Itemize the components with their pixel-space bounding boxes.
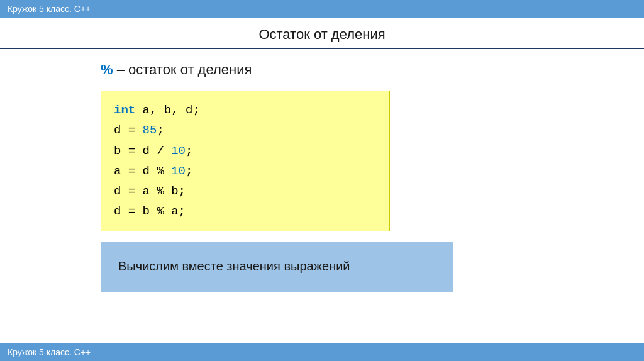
number-10b: 10: [171, 164, 186, 178]
number-10a: 10: [171, 144, 186, 158]
bottom-bar-label: Кружок 5 класс. С++: [8, 347, 91, 357]
code-line-5: d = a % b;: [114, 181, 377, 201]
code-line-1: int a, b, d;: [114, 100, 377, 120]
info-box: Вычислим вместе значения выражений: [101, 242, 453, 292]
code-line-4: a = d % 10;: [114, 161, 377, 181]
title-area: Остаток от деления: [0, 18, 644, 49]
code-block: int a, b, d; d = 85; b = d / 10; a = d %…: [101, 91, 390, 231]
subtitle-line: % – остаток от деления: [101, 62, 619, 78]
top-bar-label: Кружок 5 класс. С++: [8, 4, 91, 14]
top-bar: Кружок 5 класс. С++: [0, 0, 644, 18]
content-area: % – остаток от деления int a, b, d; d = …: [0, 49, 644, 343]
info-box-text: Вычислим вместе значения выражений: [118, 259, 350, 274]
code-line-1-rest: a, b, d;: [135, 103, 200, 117]
number-85: 85: [143, 123, 157, 137]
subtitle-text: – остаток от деления: [113, 62, 252, 77]
bottom-bar: Кружок 5 класс. С++: [0, 343, 644, 361]
percent-symbol: %: [101, 62, 113, 77]
code-line-2: d = 85;: [114, 120, 377, 140]
code-line-6: d = b % a;: [114, 201, 377, 221]
slide-title: Остаток от деления: [258, 26, 385, 42]
code-line-3: b = d / 10;: [114, 141, 377, 161]
main-content: Остаток от деления % – остаток от делени…: [0, 18, 644, 343]
keyword-int: int: [114, 103, 135, 117]
